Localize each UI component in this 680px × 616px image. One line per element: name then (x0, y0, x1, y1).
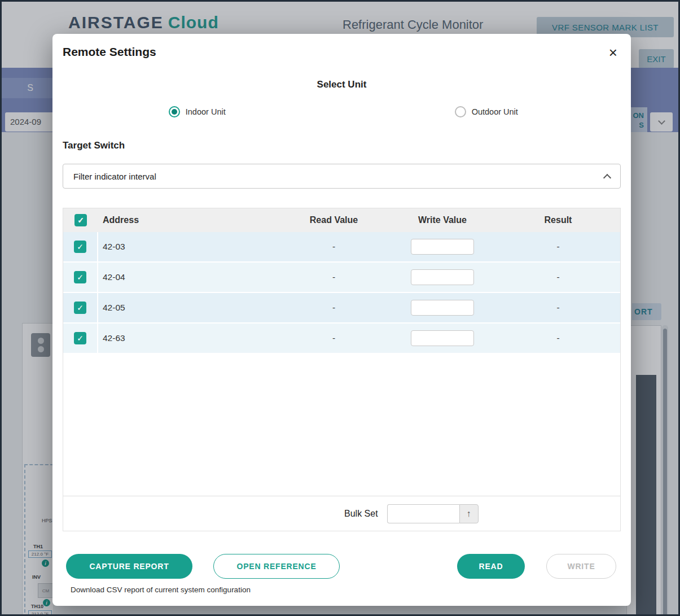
target-switch-dropdown[interactable]: Filter indicator interval (63, 164, 621, 189)
row-result: - (496, 242, 620, 252)
dropdown-value: Filter indicator interval (73, 172, 156, 181)
outdoor-unit-radio[interactable]: Outdoor Unit (342, 106, 631, 117)
table-empty-area (63, 354, 620, 496)
target-switch-heading: Target Switch (63, 140, 631, 151)
close-icon[interactable]: × (609, 45, 617, 60)
table-header-row: ✓ Address Read Value Write Value Result (63, 208, 620, 232)
write-value-input[interactable] (411, 269, 474, 285)
bulk-set-apply-button[interactable]: ↑ (459, 504, 479, 523)
bulk-set-label: Bulk Set (344, 509, 378, 519)
row-address: 42-63 (98, 333, 279, 343)
select-all-checkbox[interactable]: ✓ (74, 214, 87, 226)
table-row: ✓ 42-63 - - (63, 324, 620, 354)
modal-title: Remote Settings (63, 45, 156, 59)
row-result: - (496, 272, 620, 282)
col-header-address: Address (98, 215, 279, 225)
capture-report-caption: Download CSV report of current system co… (71, 586, 631, 594)
check-icon: ✓ (77, 334, 84, 343)
write-value-input[interactable] (411, 300, 474, 316)
row-result: - (496, 303, 620, 313)
row-address: 42-05 (98, 303, 279, 313)
switch-table: ✓ Address Read Value Write Value Result … (63, 208, 621, 531)
indoor-unit-radio[interactable]: Indoor Unit (52, 106, 342, 117)
bulk-set-input[interactable] (387, 504, 459, 523)
check-icon: ✓ (77, 216, 84, 225)
check-icon: ✓ (77, 242, 84, 251)
row-checkbox[interactable]: ✓ (74, 332, 86, 344)
check-icon: ✓ (77, 273, 84, 282)
table-row: ✓ 42-03 - - (63, 232, 620, 263)
col-header-read-value: Read Value (279, 215, 389, 225)
col-header-write-value: Write Value (389, 215, 496, 225)
table-row: ✓ 42-04 - - (63, 263, 620, 293)
row-checkbox[interactable]: ✓ (74, 241, 86, 253)
app-screen: AIRSTAGECloud Refrigerant Cycle Monitor … (0, 0, 680, 616)
chevron-up-icon (603, 173, 611, 181)
col-header-result: Result (496, 215, 620, 225)
row-read-value: - (279, 303, 389, 313)
row-address: 42-04 (98, 272, 279, 282)
arrow-up-icon: ↑ (467, 509, 471, 519)
unit-radio-group: Indoor Unit Outdoor Unit (52, 106, 631, 117)
table-row: ✓ 42-05 - - (63, 293, 620, 324)
outdoor-unit-label: Outdoor Unit (472, 107, 518, 116)
modal-actions: CAPTURE REPORT OPEN REFERENCE READ WRITE (52, 554, 631, 579)
write-value-input[interactable] (411, 330, 474, 346)
row-address: 42-03 (98, 242, 279, 252)
check-icon: ✓ (77, 303, 84, 312)
bulk-set-bar: Bulk Set ↑ (63, 496, 620, 531)
row-checkbox[interactable]: ✓ (74, 271, 86, 283)
select-unit-heading: Select Unit (52, 79, 631, 90)
row-result: - (496, 333, 620, 343)
radio-unselected-icon (455, 106, 466, 117)
row-checkbox[interactable]: ✓ (74, 302, 86, 314)
radio-selected-icon (169, 106, 180, 117)
write-value-input[interactable] (411, 239, 474, 255)
remote-settings-modal: Remote Settings × Select Unit Indoor Uni… (52, 34, 631, 606)
row-read-value: - (279, 272, 389, 282)
read-button[interactable]: READ (457, 554, 525, 579)
row-read-value: - (279, 333, 389, 343)
indoor-unit-label: Indoor Unit (186, 107, 226, 116)
write-button[interactable]: WRITE (546, 554, 616, 579)
capture-report-button[interactable]: CAPTURE REPORT (66, 554, 192, 579)
row-read-value: - (279, 242, 389, 252)
modal-header: Remote Settings × (52, 34, 631, 60)
open-reference-button[interactable]: OPEN REFERENCE (213, 554, 340, 579)
